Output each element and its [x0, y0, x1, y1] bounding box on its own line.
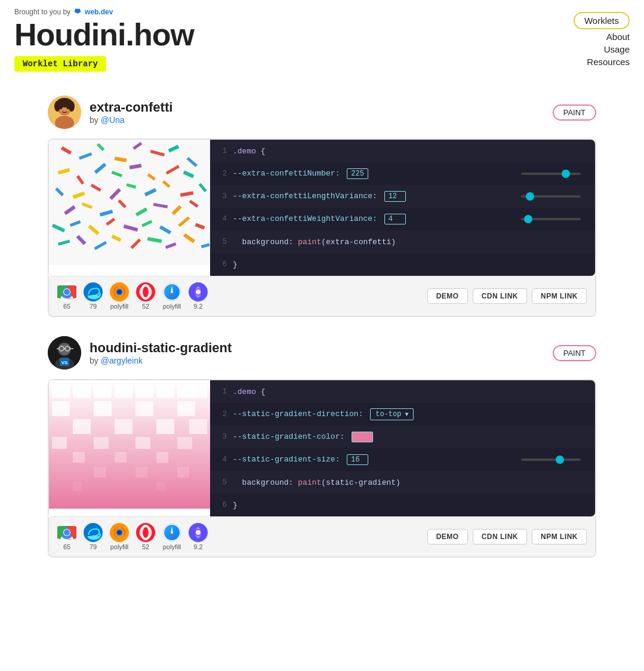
svg-rect-9 [61, 146, 72, 155]
svg-rect-57 [165, 242, 177, 249]
npm-button-2[interactable]: NPM LINK [532, 529, 587, 544]
header-left: Brought to you by web.dev Houdini.how Wo… [14, 7, 194, 72]
svg-rect-55 [131, 239, 141, 250]
svg-rect-36 [100, 210, 113, 216]
demo-panel-1: 1 .demo { 2 --extra-confettiNumber: 225 [48, 139, 596, 276]
card-bottom-1: 65 79 [48, 276, 596, 316]
code-line-2-1: 1 .demo { [210, 380, 595, 403]
opera-label-2: 52 [142, 543, 149, 550]
svg-rect-27 [91, 184, 101, 192]
svg-point-122 [64, 530, 70, 535]
svg-rect-115 [135, 467, 147, 478]
svg-point-138 [196, 530, 201, 535]
dropdown-direction[interactable]: to-top ▼ [370, 408, 414, 420]
confetti-svg [49, 140, 210, 265]
code-line-2-3: 3 --static-gradient-color: [210, 426, 595, 448]
svg-rect-92 [73, 383, 91, 398]
slider-3[interactable] [515, 218, 587, 220]
svg-rect-17 [58, 168, 70, 175]
arc-label-2: 9.2 [193, 543, 202, 550]
edge-label-1: 79 [90, 303, 97, 310]
author-info-2: VS houdini-static-gradient by @argyleink [48, 336, 232, 370]
svg-rect-46 [124, 224, 138, 232]
confetti-preview [49, 140, 210, 276]
browser-firefox-2: polyfill [110, 523, 129, 550]
svg-rect-38 [135, 207, 147, 216]
edge-icon-2 [84, 523, 103, 542]
brought-by-text: Brought to you by [14, 8, 70, 16]
npm-button-1[interactable]: NPM LINK [532, 288, 587, 304]
arc-icon [189, 282, 208, 301]
firefox-icon [110, 282, 129, 301]
svg-rect-53 [94, 241, 107, 250]
svg-rect-108 [94, 437, 109, 449]
browser-icons-2: 65 79 [57, 523, 208, 550]
author-link-1[interactable]: @Una [101, 115, 125, 125]
demo-container-1: 1 .demo { 2 --extra-confettiNumber: 225 [48, 138, 596, 317]
edge-icon [84, 282, 103, 301]
value-confetti-number[interactable]: 225 [347, 168, 368, 179]
svg-rect-102 [177, 401, 195, 416]
worklet-author-1: by @Una [90, 115, 172, 125]
opera-icon [136, 282, 155, 301]
nav-resources[interactable]: Resources [587, 57, 630, 67]
svg-rect-109 [135, 437, 150, 449]
value-gradient-size[interactable]: 16 [347, 454, 368, 465]
demo-button-2[interactable]: DEMO [427, 529, 468, 544]
svg-rect-33 [199, 183, 207, 192]
value-confetti-length[interactable]: 12 [384, 191, 406, 202]
edge-label-2: 79 [90, 543, 97, 550]
svg-rect-31 [162, 180, 171, 188]
header: Brought to you by web.dev Houdini.how Wo… [0, 0, 644, 81]
browser-arc-1: 9.2 [189, 282, 208, 310]
una-avatar-svg [48, 96, 81, 129]
svg-rect-48 [159, 225, 171, 234]
opera-icon-2 [136, 523, 155, 542]
svg-point-127 [117, 530, 122, 535]
worklet-info-1: extra-confetti by @Una [90, 100, 172, 125]
svg-rect-112 [115, 452, 127, 463]
code-panel-1: 1 .demo { 2 --extra-confettiNumber: 225 [210, 140, 595, 276]
chrome-label-2: 65 [63, 543, 70, 550]
card-actions-2: DEMO CDN LINK NPM LINK [427, 529, 587, 544]
slider-2[interactable] [515, 195, 587, 198]
demo-button-1[interactable]: DEMO [427, 288, 468, 304]
browser-arc-2: 9.2 [189, 523, 208, 550]
worklet-library-badge: Worklet Library [14, 56, 106, 72]
webdev-logo-icon [73, 7, 82, 17]
webdev-label[interactable]: web.dev [85, 8, 113, 16]
svg-rect-104 [115, 419, 133, 434]
cdn-button-1[interactable]: CDN LINK [473, 288, 527, 304]
svg-rect-103 [73, 419, 91, 434]
worklet-name-1: extra-confetti [90, 100, 172, 115]
slider-1[interactable] [515, 173, 587, 175]
browser-opera-1: 52 [136, 282, 155, 310]
svg-rect-14 [150, 150, 165, 156]
svg-rect-13 [133, 142, 142, 150]
color-swatch[interactable] [352, 432, 373, 442]
svg-rect-26 [73, 192, 85, 199]
value-confetti-weight[interactable]: 4 [384, 214, 406, 224]
safari-icon-2 [162, 523, 181, 542]
chrome-icon-2 [57, 523, 76, 542]
svg-rect-39 [153, 203, 168, 208]
slider-4[interactable] [515, 458, 587, 461]
chrome-label-1: 65 [63, 303, 70, 310]
author-link-2[interactable]: @argyleink [101, 356, 143, 365]
browser-chrome-1: 65 [57, 282, 76, 310]
svg-rect-59 [201, 243, 210, 248]
card-houdini-static-gradient: VS houdini-static-gradient by @argyleink… [48, 336, 596, 558]
svg-rect-54 [111, 235, 121, 242]
svg-rect-107 [52, 437, 67, 449]
nav-worklets[interactable]: Worklets [574, 12, 630, 29]
svg-rect-105 [156, 419, 174, 434]
svg-rect-37 [118, 199, 127, 208]
nav-about[interactable]: About [606, 32, 630, 42]
svg-rect-24 [183, 170, 195, 178]
firefox-icon-2 [110, 523, 129, 542]
nav-usage[interactable]: Usage [604, 44, 630, 54]
argyle-avatar-svg: VS [48, 336, 81, 370]
author-info-1: extra-confetti by @Una [48, 96, 172, 129]
cdn-button-2[interactable]: CDN LINK [473, 529, 527, 544]
code-line-1-3: 3 --extra-confettiLengthVariance: 12 [210, 185, 595, 208]
